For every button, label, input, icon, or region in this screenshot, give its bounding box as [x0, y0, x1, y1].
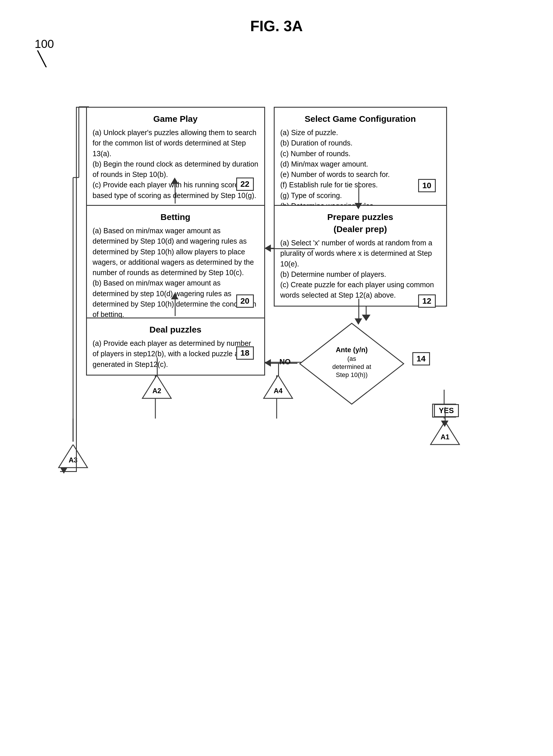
prepare-puzzles-text: (a) Select 'x' number of words at random… [281, 238, 441, 301]
svg-text:A4: A4 [273, 387, 283, 395]
arrowhead-prepare-to-diamond [354, 318, 362, 325]
arrowhead-prepare-to-betting [264, 245, 271, 252]
betting-box: Betting (a) Based on min/max wager amoun… [86, 205, 265, 336]
svg-text:Ante (y/n): Ante (y/n) [335, 346, 368, 354]
line-to-a4 [278, 364, 279, 376]
diamond-svg: Ante (y/n) (as determined at Step 10(h)) [297, 320, 407, 407]
arrow-prepare-to-diamond [359, 299, 359, 319]
arrow-prepare-to-betting [266, 248, 315, 249]
arrowhead-select-to-prepare [354, 203, 362, 209]
arrow-betting-to-gameplay [175, 182, 175, 203]
figure-title: FIG. 3A [23, 17, 530, 35]
arrow-deal-to-betting [175, 297, 175, 316]
svg-text:determined at: determined at [332, 363, 371, 370]
step-18-label: 18 [236, 346, 254, 360]
svg-text:A1: A1 [441, 433, 449, 441]
select-game-text: (a) Size of puzzle. (b) Duration of roun… [281, 127, 441, 211]
page: FIG. 3A 100 ╲ [0, 0, 553, 756]
svg-marker-3 [362, 315, 371, 321]
step-12-label: 12 [418, 295, 436, 308]
step-10-label: 10 [418, 179, 436, 192]
prepare-puzzles-title: Prepare puzzles(Dealer prep) [281, 211, 441, 235]
diagram: Select Game Configuration (a) Size of pu… [31, 58, 522, 736]
connector-a2: A2 [141, 375, 173, 402]
step-14-label: 14 [412, 352, 430, 365]
arrowhead-yes-to-a1 [441, 421, 449, 427]
ante-diamond: Ante (y/n) (as determined at Step 10(h)) [297, 320, 407, 407]
svg-text:Step 10(h)): Step 10(h)) [335, 371, 367, 379]
game-play-text: (a) Unlock player's puzzles allowing the… [93, 127, 258, 200]
arrowhead-deal-to-betting [171, 293, 178, 299]
yes-label: YES [434, 404, 459, 417]
step-20-label: 20 [236, 295, 254, 308]
connector-a4: A4 [262, 375, 294, 402]
game-play-title: Game Play [93, 113, 258, 125]
game-play-box: Game Play (a) Unlock player's puzzles al… [86, 107, 265, 207]
betting-text: (a) Based on min/max wager amount as det… [93, 226, 258, 330]
arrow-yes-to-a1 [445, 407, 446, 421]
arrowhead-a3 [60, 467, 68, 474]
no-label: NO [280, 357, 291, 366]
prepare-puzzles-box: Prepare puzzles(Dealer prep) (a) Select … [274, 205, 447, 307]
line-to-a2 [157, 358, 158, 376]
betting-title: Betting [93, 211, 258, 223]
svg-text:A2: A2 [152, 387, 161, 395]
arrowhead-betting-to-gameplay [171, 177, 178, 184]
arrow-select-to-prepare [359, 182, 359, 204]
select-game-box: Select Game Configuration (a) Size of pu… [274, 107, 447, 217]
select-game-title: Select Game Configuration [281, 113, 441, 125]
arrowhead-diamond-no [264, 359, 271, 366]
deal-puzzles-title: Deal puzzles [93, 324, 258, 336]
svg-text:(as: (as [347, 355, 356, 362]
left-outer-line [76, 107, 77, 472]
step-22-label: 22 [236, 177, 254, 191]
deal-puzzles-text: (a) Provide each player as determined by… [93, 338, 258, 369]
left-outer-top [76, 107, 87, 108]
